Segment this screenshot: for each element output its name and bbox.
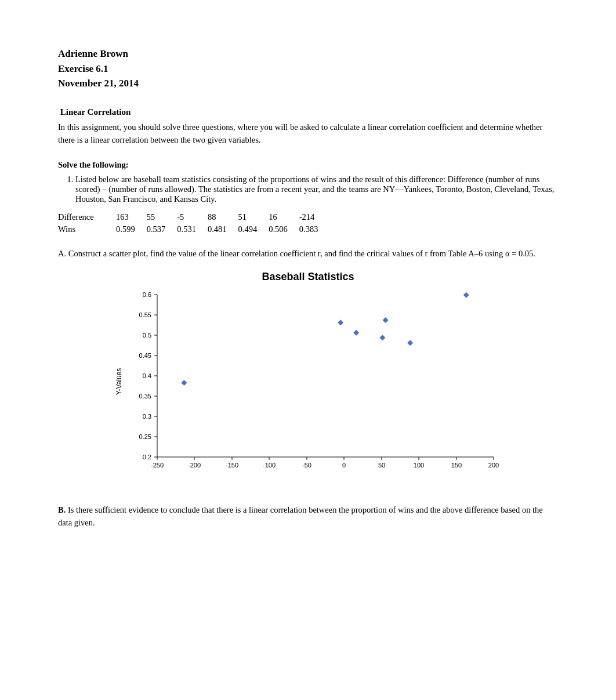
datapoint-7: [181, 380, 187, 386]
header: Adrienne Brown Exercise 6.1 November 21,…: [58, 46, 558, 91]
svg-text:200: 200: [488, 462, 499, 469]
diff-val-1: 163: [116, 211, 147, 223]
data-table: Difference 163 55 -5 88 51 16 -214 Wins …: [58, 211, 329, 235]
svg-text:0.2: 0.2: [143, 454, 151, 460]
diff-val-2: 55: [147, 211, 177, 223]
svg-text:-250: -250: [151, 462, 164, 469]
svg-text:-150: -150: [226, 462, 238, 469]
section-b-text: Is there sufficient evidence to conclude…: [58, 505, 543, 527]
diff-val-4: 88: [208, 211, 238, 223]
datapoint-6: [353, 330, 359, 336]
wins-val-3: 0.531: [177, 223, 208, 235]
table-row-difference: Difference 163 55 -5 88 51 16 -214: [58, 211, 329, 223]
svg-text:0.4: 0.4: [143, 372, 151, 379]
wins-val-6: 0.506: [269, 223, 299, 235]
svg-text:0.55: 0.55: [139, 311, 151, 318]
row2-label: Wins: [58, 223, 116, 235]
table-row-wins: Wins 0.599 0.537 0.531 0.481 0.494 0.506…: [58, 223, 329, 235]
problem-1-text: Listed below are baseball team statistic…: [75, 175, 554, 204]
chart-title: Baseball Statistics: [111, 271, 505, 283]
section-title: Linear Correlation: [58, 107, 558, 117]
exercise-title: Exercise 6.1: [58, 61, 558, 77]
diff-val-5: 51: [238, 211, 269, 223]
datapoint-1: [463, 292, 469, 298]
scatter-plot: 0.6 0.55 0.5 0.45 0.4 0.35 0.3 0.25 0.2: [111, 289, 505, 486]
wins-val-1: 0.599: [116, 223, 147, 235]
problem-1: Listed below are baseball team statistic…: [75, 175, 558, 204]
wins-val-5: 0.494: [238, 223, 269, 235]
datapoint-2: [383, 317, 389, 323]
solve-header: Solve the following:: [58, 160, 558, 170]
section-b: B. Is there sufficient evidence to concl…: [58, 503, 558, 529]
svg-text:150: 150: [451, 462, 462, 469]
chart-container: Baseball Statistics 0.6 0.55 0.5: [111, 271, 505, 486]
wins-val-4: 0.481: [208, 223, 238, 235]
submission-date: November 21, 2014: [58, 76, 558, 91]
intro-text: In this assignment, you should solve thr…: [58, 121, 558, 147]
diff-val-3: -5: [177, 211, 208, 223]
svg-text:100: 100: [414, 462, 424, 469]
svg-text:0.45: 0.45: [139, 352, 151, 359]
row1-label: Difference: [58, 211, 116, 223]
diff-val-7: -214: [299, 211, 330, 223]
svg-text:-50: -50: [302, 462, 311, 469]
author-name: Adrienne Brown: [58, 46, 558, 61]
svg-text:0.6: 0.6: [143, 291, 151, 298]
svg-text:50: 50: [378, 462, 385, 469]
svg-text:0.25: 0.25: [139, 433, 151, 440]
svg-text:0.35: 0.35: [139, 393, 151, 400]
datapoint-3: [338, 320, 343, 325]
svg-text:-100: -100: [263, 462, 276, 469]
svg-text:0.5: 0.5: [143, 332, 151, 339]
datapoint-4: [407, 340, 413, 346]
chart-area: 0.6 0.55 0.5 0.45 0.4 0.35 0.3 0.25 0.2: [111, 289, 505, 486]
datapoint-5: [379, 335, 385, 340]
svg-text:-200: -200: [188, 462, 201, 469]
svg-text:0.3: 0.3: [143, 413, 151, 420]
wins-val-7: 0.383: [299, 223, 330, 235]
svg-text:0: 0: [342, 462, 346, 469]
section-b-label: B.: [58, 505, 66, 514]
diff-val-6: 16: [269, 211, 299, 223]
wins-val-2: 0.537: [147, 223, 177, 235]
section-a-text: A. Construct a scatter plot, find the va…: [58, 247, 558, 260]
svg-text:Y-Values: Y-Values: [115, 368, 123, 396]
